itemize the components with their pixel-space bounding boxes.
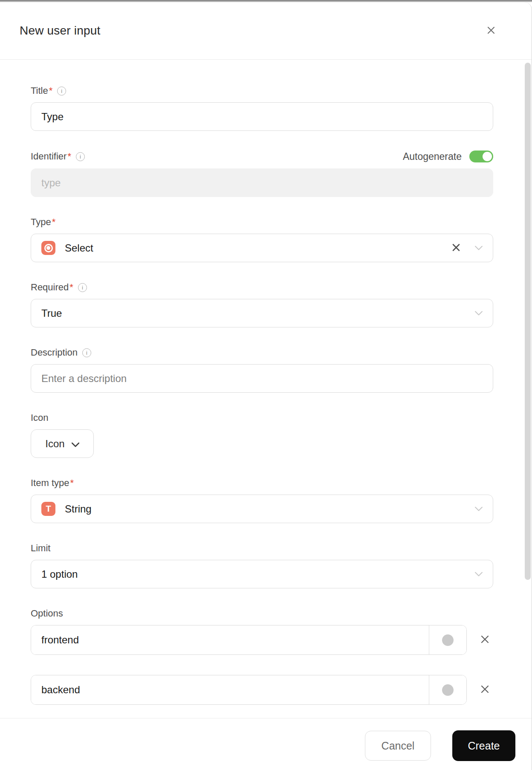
field-identifier: Identifier * Autogenerate [31,151,493,197]
close-button[interactable] [484,23,498,38]
limit-label: Limit [31,543,50,554]
icon-picker-label: Icon [45,438,64,450]
required-asterisk: * [70,478,74,489]
required-asterisk: * [52,217,56,228]
option-row [31,675,493,705]
type-select[interactable]: Select [31,234,493,262]
clear-selection-button[interactable] [451,242,461,254]
remove-option-button[interactable] [477,632,492,648]
remove-x-icon [480,634,490,646]
dialog-body: Title * Identifier * Autogenerate Type * [0,85,532,705]
color-swatch-icon [442,634,454,646]
clear-x-icon [451,242,461,254]
title-input[interactable] [31,102,493,131]
required-label: Required [31,282,69,293]
info-icon[interactable] [76,152,85,161]
info-icon[interactable] [82,348,91,357]
option-color-picker[interactable] [429,675,466,704]
required-select[interactable]: True [31,299,493,327]
field-limit: Limit 1 option [31,543,493,588]
remove-option-button[interactable] [477,682,492,698]
identifier-input [31,168,493,197]
option-value-input[interactable] [31,675,429,704]
info-icon[interactable] [57,87,66,96]
limit-select[interactable]: 1 option [31,560,493,588]
field-icon: Icon Icon [31,412,493,458]
create-button[interactable]: Create [452,730,515,761]
new-user-input-dialog: New user input Title * Identifier * [0,2,532,770]
required-select-value: True [41,307,62,319]
icon-picker-button[interactable]: Icon [31,429,94,458]
string-type-icon: T [41,502,55,516]
description-label: Description [31,347,78,358]
icon-label: Icon [31,412,49,423]
chevron-down-icon [475,572,483,576]
dialog-title: New user input [20,24,101,38]
remove-x-icon [480,684,490,696]
field-item-type: Item type * T String [31,478,493,523]
description-input[interactable] [31,364,493,393]
autogenerate-toggle[interactable] [469,151,493,162]
cancel-button[interactable]: Cancel [365,731,431,761]
option-value-input[interactable] [31,625,429,654]
required-asterisk: * [49,85,53,96]
required-asterisk: * [69,282,73,293]
option-input-group [31,675,467,705]
autogenerate-label: Autogenerate [403,151,462,162]
color-swatch-icon [442,684,454,696]
scrollbar[interactable] [525,63,531,580]
options-label: Options [31,608,63,619]
chevron-down-icon [72,438,79,450]
chevron-down-icon [475,507,483,511]
toggle-knob [483,152,492,161]
dialog-footer: Cancel Create [0,718,532,761]
option-row [31,625,493,655]
chevron-down-icon [475,311,483,316]
option-color-picker[interactable] [429,625,466,654]
field-type: Type * Select [31,217,493,262]
title-label: Title [31,85,48,96]
field-title: Title * [31,85,493,131]
limit-select-value: 1 option [41,568,78,580]
field-description: Description [31,347,493,393]
item-type-select[interactable]: T String [31,495,493,523]
type-select-value: Select [65,242,93,254]
item-type-label: Item type [31,478,69,489]
info-icon[interactable] [78,283,87,292]
chevron-down-icon [475,246,483,250]
select-radio-icon [41,241,55,255]
type-label: Type [31,217,51,228]
dialog-header: New user input [0,2,532,60]
option-input-group [31,625,467,655]
identifier-label: Identifier [31,151,66,162]
required-asterisk: * [67,151,71,162]
field-required: Required * True [31,282,493,327]
item-type-select-value: String [65,503,92,515]
field-options: Options [31,608,493,705]
close-icon [486,25,497,37]
